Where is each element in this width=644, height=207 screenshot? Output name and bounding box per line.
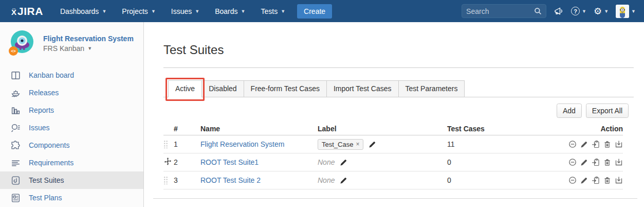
row-actions — [555, 158, 623, 166]
column-header-action: Action — [555, 125, 623, 133]
drag-handle-icon[interactable] — [163, 140, 168, 148]
label-chip: Test_Case × — [318, 139, 363, 150]
feedback-megaphone-icon[interactable] — [554, 6, 564, 16]
requirements-icon — [10, 158, 21, 168]
chevron-down-icon: ▼ — [631, 9, 636, 14]
edit-suite-icon[interactable] — [580, 159, 588, 166]
tab-import-test-cases[interactable]: Import Test Cases — [326, 80, 399, 97]
import-clipboard-icon[interactable] — [592, 158, 600, 166]
drag-handle-icon[interactable] — [163, 176, 168, 184]
suite-name-link[interactable]: ROOT Test Suite 2 — [200, 176, 261, 184]
add-button[interactable]: Add — [557, 104, 582, 118]
delete-suite-icon[interactable] — [603, 141, 611, 148]
edit-suite-icon[interactable] — [580, 177, 588, 184]
chevron-down-icon: ▼ — [281, 9, 285, 14]
test-suites-icon — [10, 176, 21, 185]
table-row: 2 ROOT Test Suite1 None 0 — [163, 153, 623, 171]
remove-label-icon[interactable]: × — [356, 141, 359, 148]
sidebar-item-test-suites[interactable]: Test Suites — [0, 171, 143, 189]
test-case-count: 0 — [447, 176, 555, 184]
tab-free-form-test-cases[interactable]: Free-form Test Cases — [244, 80, 327, 97]
menu-issues[interactable]: Issues ▼ — [163, 0, 207, 22]
export-suite-icon[interactable] — [615, 158, 623, 166]
edit-label-icon[interactable] — [340, 177, 347, 184]
components-icon — [10, 141, 21, 150]
label-none-value: None — [318, 158, 335, 166]
project-name-link[interactable]: Flight Reservation System — [43, 33, 134, 44]
issues-icon — [10, 123, 21, 133]
row-actions — [555, 176, 623, 184]
user-menu[interactable]: ▼ — [616, 5, 636, 18]
project-avatar[interactable]: <> — [8, 29, 35, 56]
sidebar-item-issues[interactable]: Issues — [0, 119, 143, 136]
edit-suite-icon[interactable] — [580, 141, 588, 148]
table-header-row: # Name Label Test Cases Action — [163, 122, 623, 135]
export-suite-icon[interactable] — [615, 176, 623, 184]
column-header-name: Name — [200, 125, 318, 133]
menu-tests[interactable]: Tests ▼ — [253, 0, 293, 22]
releases-icon — [10, 88, 21, 98]
suite-name-link[interactable]: ROOT Test Suite1 — [200, 158, 259, 166]
row-number: 1 — [174, 140, 200, 148]
search-box[interactable] — [462, 4, 546, 18]
sidebar-item-releases[interactable]: Releases — [0, 84, 143, 101]
import-clipboard-icon[interactable] — [592, 140, 600, 148]
delete-suite-icon[interactable] — [603, 159, 611, 166]
tab-test-parameters[interactable]: Test Parameters — [398, 80, 465, 97]
menu-projects[interactable]: Projects ▼ — [114, 0, 163, 22]
chevron-down-icon: ▼ — [102, 9, 106, 14]
sidebar-item-kanban-board[interactable]: Kanban board — [0, 66, 143, 84]
menu-dashboards[interactable]: Dashboards ▼ — [52, 0, 114, 22]
jira-logo[interactable]: Ẍ JIRA — [11, 5, 43, 18]
sidebar-item-reports[interactable]: Reports — [0, 101, 143, 119]
menu-boards[interactable]: Boards ▼ — [207, 0, 253, 22]
disable-suite-icon[interactable] — [568, 158, 577, 166]
chevron-down-icon: ▼ — [151, 9, 156, 14]
test-suites-table: # Name Label Test Cases Action 1 Flight … — [163, 122, 623, 189]
project-info: Flight Reservation System FRS Kanban ▼ — [43, 33, 134, 53]
main-content: Test Suites Active Disabled Free-form Te… — [144, 22, 644, 207]
edit-label-icon[interactable] — [369, 141, 376, 148]
chevron-down-icon: ▼ — [582, 9, 586, 14]
label-none-value: None — [318, 176, 335, 184]
test-plans-icon — [10, 193, 21, 203]
export-all-button[interactable]: Export All — [586, 104, 629, 118]
chevron-down-icon: ▼ — [604, 9, 609, 14]
search-input[interactable] — [466, 7, 534, 15]
edit-label-icon[interactable] — [340, 159, 347, 166]
sidebar-item-components[interactable]: Components — [0, 136, 143, 154]
page-title: Test Suites — [163, 43, 634, 57]
kanban-board-icon — [10, 71, 21, 80]
help-icon: ? — [571, 7, 580, 15]
create-button[interactable]: Create — [297, 4, 332, 19]
sidebar-item-test-plans[interactable]: Test Plans — [0, 189, 143, 206]
table-row: 3 ROOT Test Suite 2 None 0 — [163, 171, 623, 189]
import-clipboard-icon[interactable] — [592, 176, 600, 184]
jira-logo-text: JIRA — [17, 5, 43, 18]
delete-suite-icon[interactable] — [603, 177, 611, 184]
row-number: 2 — [174, 158, 200, 166]
navbar-right: ? ▼ ⚙ ▼ ▼ — [462, 4, 644, 18]
move-cursor-icon[interactable] — [163, 157, 172, 167]
suite-name-link[interactable]: Flight Reservation System — [200, 140, 284, 148]
help-menu[interactable]: ? ▼ — [571, 7, 586, 15]
board-switcher[interactable]: FRS Kanban ▼ — [43, 44, 134, 53]
test-case-count: 0 — [447, 158, 555, 166]
settings-menu[interactable]: ⚙ ▼ — [594, 7, 609, 16]
tab-active[interactable]: Active — [168, 80, 202, 97]
disable-suite-icon[interactable] — [568, 176, 577, 184]
disable-suite-icon[interactable] — [568, 140, 577, 148]
project-sidebar: <> Flight Reservation System FRS Kanban … — [0, 22, 144, 207]
row-actions — [555, 140, 623, 148]
chevron-down-icon: ▼ — [241, 9, 246, 14]
row-number: 3 — [174, 176, 200, 184]
chevron-down-icon: ▼ — [87, 46, 92, 51]
svg-text:<>: <> — [11, 49, 16, 54]
tabs-bar: Active Disabled Free-form Test Cases Imp… — [163, 80, 634, 97]
table-toolbar: Add Export All — [163, 104, 629, 118]
export-suite-icon[interactable] — [615, 140, 623, 148]
search-icon — [534, 7, 542, 15]
test-case-count: 11 — [447, 140, 555, 148]
tab-disabled[interactable]: Disabled — [201, 80, 244, 97]
sidebar-item-requirements[interactable]: Requirements — [0, 154, 143, 171]
